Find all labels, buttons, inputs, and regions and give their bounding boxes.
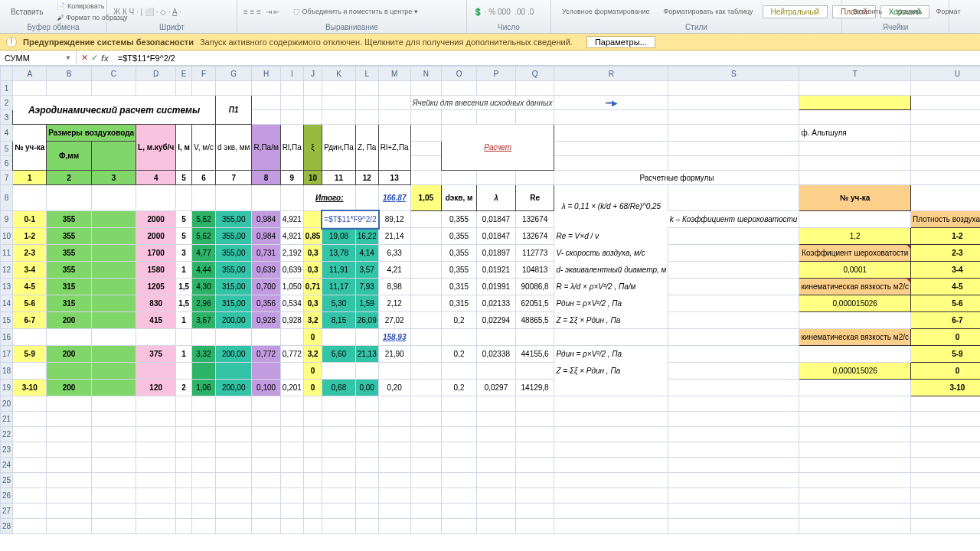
row-4[interactable]: 4 (1, 125, 13, 142)
cell[interactable] (378, 473, 410, 488)
cell[interactable]: 0,02294 (477, 312, 516, 329)
cell[interactable] (215, 504, 251, 519)
cell[interactable]: 4-5 (13, 279, 47, 295)
cell[interactable] (515, 81, 554, 96)
col-K[interactable]: K (322, 67, 355, 81)
cell[interactable]: 5,30 (322, 295, 355, 312)
cell[interactable]: 12 (355, 171, 378, 185)
cell[interactable] (911, 125, 980, 142)
cell[interactable] (13, 185, 47, 211)
cell[interactable]: 3 (91, 171, 136, 185)
cell[interactable] (410, 262, 441, 279)
cell[interactable]: 315,00 (215, 295, 251, 312)
cell[interactable] (355, 473, 378, 488)
col-L[interactable]: L (355, 67, 378, 81)
cell[interactable] (13, 504, 47, 519)
cell[interactable] (322, 81, 355, 96)
cell[interactable] (668, 363, 799, 380)
cell[interactable] (91, 488, 136, 504)
cell[interactable]: 355 (47, 211, 91, 228)
cell[interactable] (799, 504, 911, 519)
cell[interactable] (215, 519, 251, 534)
cell[interactable] (136, 442, 176, 458)
cell[interactable] (303, 473, 322, 488)
cell[interactable] (176, 519, 192, 534)
cell[interactable] (554, 125, 668, 142)
cell[interactable] (13, 473, 47, 488)
cell[interactable] (91, 312, 136, 329)
cell[interactable]: L, м.куб/ч (136, 125, 176, 171)
cell[interactable]: 355,00 (215, 245, 251, 262)
cell[interactable] (355, 110, 378, 125)
cell[interactable]: 0,984 (252, 211, 280, 228)
cell[interactable]: 4-5 (911, 279, 980, 295)
cell[interactable]: 0,356 (252, 295, 280, 312)
style-neutral[interactable]: Нейтральный (763, 5, 828, 18)
cell[interactable]: 62051,5 (515, 295, 554, 312)
cell[interactable] (47, 442, 91, 458)
row-24[interactable]: 24 (1, 458, 13, 473)
cell[interactable] (911, 142, 980, 156)
cell[interactable] (355, 458, 378, 473)
cell[interactable]: 7 (215, 171, 251, 185)
col-H[interactable]: H (252, 67, 280, 81)
cell[interactable]: 200 (47, 346, 91, 363)
cell[interactable] (799, 473, 911, 488)
cell[interactable] (410, 171, 441, 185)
cell[interactable]: № уч-ка (13, 125, 47, 171)
cell[interactable] (442, 110, 477, 125)
cell[interactable] (91, 458, 136, 473)
cell[interactable] (252, 96, 280, 110)
cell[interactable]: Рдин,Па (322, 125, 355, 171)
cell[interactable] (280, 488, 303, 504)
cell[interactable]: 4,921 (280, 211, 303, 228)
cell[interactable] (477, 396, 516, 412)
col-A[interactable]: A (13, 67, 47, 81)
cell[interactable]: 0,01991 (477, 279, 516, 295)
cell[interactable]: 0,639 (280, 262, 303, 279)
cell[interactable]: 2000 (136, 211, 176, 228)
cell[interactable] (136, 81, 176, 96)
row-15[interactable]: 15 (1, 312, 13, 329)
cell[interactable] (378, 458, 410, 473)
cell[interactable] (668, 412, 799, 427)
cell[interactable]: 1,5 (176, 279, 192, 295)
cell[interactable] (477, 329, 516, 346)
cell[interactable] (410, 81, 441, 96)
cell[interactable] (378, 81, 410, 96)
cell[interactable]: 0 (911, 363, 980, 380)
row-11[interactable]: 11 (1, 245, 13, 262)
col-M[interactable]: M (378, 67, 410, 81)
cell[interactable] (515, 329, 554, 346)
cell[interactable] (192, 458, 216, 473)
cell[interactable]: 2 (176, 380, 192, 396)
cell[interactable] (355, 81, 378, 96)
cell[interactable] (192, 185, 216, 211)
cell[interactable]: 0,355 (442, 228, 477, 245)
cell[interactable] (477, 473, 516, 488)
cell[interactable]: 0 (303, 363, 322, 380)
cell[interactable] (322, 110, 355, 125)
cell[interactable] (554, 396, 668, 412)
cell[interactable]: 315,00 (215, 279, 251, 295)
cell[interactable] (192, 519, 216, 534)
cell[interactable] (91, 442, 136, 458)
cell[interactable]: 2000 (136, 228, 176, 245)
cell[interactable] (176, 458, 192, 473)
cell[interactable] (554, 488, 668, 504)
cell[interactable] (442, 329, 477, 346)
cell[interactable] (355, 442, 378, 458)
cell[interactable] (554, 329, 668, 346)
cell[interactable]: λ = 0,11 × (k/d + 68/Re)^0,25 (554, 185, 668, 228)
cell[interactable]: 0,731 (252, 245, 280, 262)
cell[interactable] (47, 396, 91, 412)
cell[interactable] (192, 488, 216, 504)
cell[interactable] (355, 504, 378, 519)
cell[interactable] (252, 185, 280, 211)
cell[interactable] (668, 442, 799, 458)
cell[interactable] (136, 504, 176, 519)
cell[interactable] (47, 427, 91, 442)
cell[interactable] (477, 458, 516, 473)
cell[interactable]: 7,93 (355, 279, 378, 295)
cell[interactable]: V- скорость воздуха, м/с (554, 245, 668, 262)
